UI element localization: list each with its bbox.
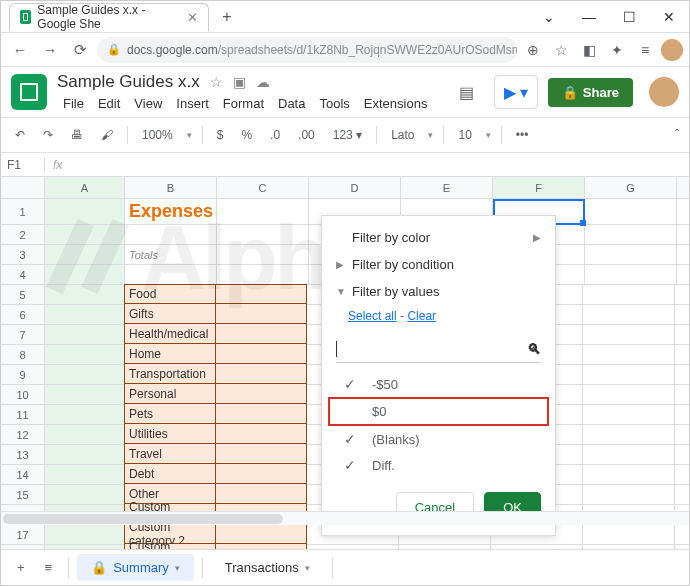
close-tab-icon[interactable]: ✕ xyxy=(187,10,198,25)
filter-value-item[interactable]: ✓Diff. xyxy=(322,452,555,478)
cell[interactable] xyxy=(45,245,125,264)
cell[interactable] xyxy=(45,385,125,404)
menu-tools[interactable]: Tools xyxy=(313,94,355,113)
name-box[interactable]: F1 xyxy=(1,158,45,172)
currency-button[interactable]: $ xyxy=(213,126,228,144)
filter-value-item[interactable]: ✓(Blanks) xyxy=(322,426,555,452)
window-close-icon[interactable]: ✕ xyxy=(649,2,689,32)
cell[interactable] xyxy=(215,404,307,424)
menu-file[interactable]: File xyxy=(57,94,90,113)
window-maximize-icon[interactable]: ☐ xyxy=(609,2,649,32)
col-header-g[interactable]: G xyxy=(585,177,677,198)
cell[interactable] xyxy=(215,304,307,324)
cell[interactable] xyxy=(215,364,307,384)
redo-button[interactable]: ↷ xyxy=(39,126,57,144)
cell[interactable] xyxy=(45,405,125,424)
cell[interactable] xyxy=(125,265,217,284)
cell[interactable]: Travel xyxy=(124,444,216,464)
cell[interactable] xyxy=(583,305,675,324)
cell[interactable] xyxy=(215,424,307,444)
cell[interactable]: Debt xyxy=(124,464,216,484)
cell[interactable]: Gifts xyxy=(124,304,216,324)
cell[interactable] xyxy=(45,325,125,344)
filter-by-values[interactable]: ▼ Filter by values xyxy=(322,278,555,305)
document-title[interactable]: Sample Guides x.x xyxy=(57,72,200,92)
cell[interactable] xyxy=(583,365,675,384)
cell[interactable] xyxy=(215,284,307,304)
cell[interactable] xyxy=(585,199,677,224)
row-header[interactable]: 13 xyxy=(1,445,45,464)
menu-edit[interactable]: Edit xyxy=(92,94,126,113)
forward-button[interactable]: → xyxy=(37,37,63,63)
filter-search-input[interactable] xyxy=(336,341,527,357)
cell[interactable] xyxy=(217,265,309,284)
cell[interactable] xyxy=(583,425,675,444)
filter-by-condition[interactable]: ▶ Filter by condition xyxy=(322,251,555,278)
row-header[interactable]: 6 xyxy=(1,305,45,324)
bookmark-icon[interactable]: ☆ xyxy=(549,38,573,62)
cell[interactable] xyxy=(583,385,675,404)
window-minimize-icon[interactable]: — xyxy=(569,2,609,32)
cell[interactable] xyxy=(45,485,125,504)
cell[interactable] xyxy=(217,199,309,224)
row-header[interactable]: 1 xyxy=(1,199,45,224)
cell[interactable]: Transportation xyxy=(124,364,216,384)
col-header-d[interactable]: D xyxy=(309,177,401,198)
cell[interactable] xyxy=(583,445,675,464)
cell[interactable]: Pets xyxy=(124,404,216,424)
browser-tab[interactable]: Sample Guides x.x - Google She ✕ xyxy=(9,3,209,31)
decrease-decimal-button[interactable]: .0 xyxy=(266,126,284,144)
filter-by-color[interactable]: Filter by color ▶ xyxy=(322,224,555,251)
cell[interactable] xyxy=(583,485,675,504)
cell[interactable] xyxy=(583,465,675,484)
cell[interactable] xyxy=(217,245,309,264)
cell[interactable] xyxy=(585,245,677,264)
more-toolbar-button[interactable]: ••• xyxy=(512,126,533,144)
new-tab-button[interactable]: + xyxy=(215,5,239,29)
cell[interactable] xyxy=(585,265,677,284)
cell[interactable] xyxy=(583,405,675,424)
sheet-tab-summary[interactable]: 🔒 Summary ▾ xyxy=(77,554,194,581)
cell[interactable] xyxy=(45,525,125,544)
cell[interactable] xyxy=(215,524,307,544)
star-icon[interactable]: ☆ xyxy=(210,74,223,90)
cell[interactable] xyxy=(215,444,307,464)
translate-icon[interactable]: ◧ xyxy=(577,38,601,62)
extensions-icon[interactable]: ✦ xyxy=(605,38,629,62)
collapse-toolbar-button[interactable]: ˆ xyxy=(675,128,679,142)
cell[interactable] xyxy=(45,365,125,384)
menu-format[interactable]: Format xyxy=(217,94,270,113)
row-header[interactable]: 5 xyxy=(1,285,45,304)
cell[interactable] xyxy=(583,285,675,304)
col-header-b[interactable]: B xyxy=(125,177,217,198)
comments-button[interactable]: ▤ xyxy=(450,75,484,109)
filter-value-item[interactable]: $0 xyxy=(328,397,549,426)
add-sheet-button[interactable]: + xyxy=(9,556,33,579)
row-header[interactable]: 2 xyxy=(1,225,45,244)
back-button[interactable]: ← xyxy=(7,37,33,63)
cell[interactable]: Personal xyxy=(124,384,216,404)
cell[interactable]: Utilities xyxy=(124,424,216,444)
row-header[interactable]: 3 xyxy=(1,245,45,264)
paint-format-button[interactable]: 🖌 xyxy=(97,126,117,144)
menu-data[interactable]: Data xyxy=(272,94,311,113)
number-format-select[interactable]: 123 ▾ xyxy=(329,126,366,144)
move-icon[interactable]: ▣ xyxy=(233,74,246,90)
sheet-tab-transactions[interactable]: Transactions ▾ xyxy=(211,554,324,581)
cell[interactable] xyxy=(45,225,125,244)
select-all-link[interactable]: Select all xyxy=(348,309,397,323)
print-button[interactable]: 🖶 xyxy=(67,126,87,144)
window-caret-icon[interactable]: ⌄ xyxy=(529,2,569,32)
sheets-logo[interactable] xyxy=(11,74,47,110)
row-header[interactable]: 8 xyxy=(1,345,45,364)
cell[interactable] xyxy=(45,345,125,364)
col-header-f[interactable]: F xyxy=(493,177,585,198)
row-header[interactable]: 17 xyxy=(1,525,45,544)
row-header[interactable]: 12 xyxy=(1,425,45,444)
cell[interactable] xyxy=(215,344,307,364)
profile-avatar[interactable] xyxy=(661,39,683,61)
cell[interactable]: Health/medical xyxy=(124,324,216,344)
row-header[interactable]: 7 xyxy=(1,325,45,344)
cell[interactable] xyxy=(45,425,125,444)
cell[interactable] xyxy=(583,325,675,344)
